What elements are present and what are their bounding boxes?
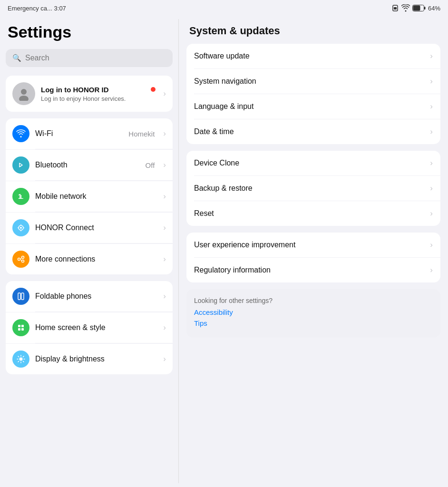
- honor-connect-icon-circle: [12, 219, 29, 236]
- software-update-row[interactable]: Software update ›: [186, 44, 440, 68]
- system-group3-card: User experience improvement › Regulatory…: [186, 233, 440, 282]
- wifi-status-icon: [401, 4, 410, 12]
- bluetooth-value: Off: [146, 161, 155, 169]
- svg-rect-16: [18, 325, 20, 327]
- svg-rect-17: [21, 325, 24, 327]
- more-connections-icon-circle: [12, 251, 29, 268]
- login-chevron: ›: [163, 89, 166, 98]
- wifi-label: Wi-Fi: [35, 129, 123, 138]
- battery-icon: [412, 5, 426, 11]
- svg-point-10: [20, 227, 22, 229]
- battery-percent: 64%: [428, 5, 440, 12]
- foldable-icon-circle: [12, 288, 29, 305]
- mobile-network-row[interactable]: 1 L Mobile network ›: [6, 181, 173, 212]
- more-connections-chevron: ›: [163, 254, 166, 264]
- svg-rect-14: [18, 293, 20, 300]
- device-card: Foldable phones › Home screen & style ›: [6, 281, 173, 374]
- system-navigation-chevron: ›: [430, 77, 433, 86]
- search-input[interactable]: [25, 54, 166, 62]
- wifi-chevron: ›: [163, 129, 166, 138]
- homescreen-chevron: ›: [163, 323, 166, 332]
- foldable-phones-row[interactable]: Foldable phones ›: [6, 281, 173, 312]
- homescreen-label: Home screen & style: [35, 323, 156, 332]
- date-time-chevron: ›: [430, 127, 433, 136]
- svg-text:L: L: [20, 195, 23, 200]
- sim-icon: [391, 4, 399, 12]
- user-experience-chevron: ›: [430, 240, 433, 250]
- software-update-label: Software update: [194, 52, 430, 60]
- right-panel: System & updates Software update › Syste…: [179, 15, 448, 487]
- device-clone-label: Device Clone: [194, 159, 430, 167]
- mobile-chevron: ›: [163, 192, 166, 201]
- more-connections-label: More connections: [35, 255, 156, 263]
- search-bar[interactable]: 🔍: [6, 49, 173, 67]
- footer-card: Looking for other settings? Accessibilit…: [186, 289, 440, 338]
- display-chevron: ›: [163, 354, 166, 364]
- bluetooth-label: Bluetooth: [35, 161, 140, 169]
- homescreen-row[interactable]: Home screen & style ›: [6, 312, 173, 343]
- status-left-text: Emergency ca... 3:07: [8, 5, 66, 12]
- foldable-chevron: ›: [163, 292, 166, 301]
- reset-row[interactable]: Reset ›: [186, 201, 440, 226]
- left-panel: Settings 🔍 Log in to HONOR ID Log in to …: [0, 15, 178, 487]
- display-icon-circle: [12, 351, 29, 368]
- tips-link[interactable]: Tips: [194, 319, 433, 327]
- user-experience-row[interactable]: User experience improvement ›: [186, 233, 440, 257]
- svg-point-20: [19, 358, 23, 361]
- search-icon: 🔍: [12, 54, 21, 62]
- svg-rect-3: [424, 7, 426, 10]
- login-subtitle: Log in to enjoy Honor services.: [41, 95, 145, 102]
- display-label: Display & brightness: [35, 355, 156, 363]
- backup-restore-row[interactable]: Backup & restore ›: [186, 176, 440, 201]
- svg-point-6: [19, 96, 29, 101]
- svg-point-11: [18, 258, 20, 261]
- svg-point-5: [21, 89, 27, 95]
- login-item[interactable]: Log in to HONOR ID Log in to enjoy Honor…: [6, 76, 173, 112]
- date-time-row[interactable]: Date & time ›: [186, 119, 440, 144]
- bluetooth-chevron: ›: [163, 160, 166, 170]
- notification-badge: [151, 87, 156, 92]
- avatar: [12, 82, 35, 105]
- status-right: 64%: [391, 4, 440, 12]
- display-row[interactable]: Display & brightness ›: [6, 343, 173, 374]
- system-navigation-label: System navigation: [194, 77, 430, 86]
- device-clone-row[interactable]: Device Clone ›: [186, 151, 440, 175]
- reset-chevron: ›: [430, 209, 433, 218]
- login-text: Log in to HONOR ID Log in to enjoy Honor…: [41, 85, 145, 103]
- mobile-label: Mobile network: [35, 192, 156, 201]
- homescreen-icon-circle: [12, 319, 29, 336]
- wifi-row[interactable]: Wi-Fi Homekit ›: [6, 118, 173, 149]
- honor-connect-label: HONOR Connect: [35, 224, 156, 232]
- svg-rect-4: [413, 6, 420, 11]
- more-connections-row[interactable]: More connections ›: [6, 244, 173, 274]
- system-group2-card: Device Clone › Backup & restore › Reset …: [186, 151, 440, 226]
- language-input-chevron: ›: [430, 102, 433, 111]
- backup-restore-chevron: ›: [430, 184, 433, 193]
- looking-text: Looking for other settings?: [194, 297, 433, 304]
- regulatory-label: Regulatory information: [194, 266, 430, 274]
- date-time-label: Date & time: [194, 127, 430, 136]
- connections-card: Wi-Fi Homekit › Bluetooth Off ›: [6, 118, 173, 274]
- honor-connect-chevron: ›: [163, 223, 166, 233]
- backup-restore-label: Backup & restore: [194, 184, 430, 193]
- svg-rect-15: [21, 293, 24, 300]
- main-layout: Settings 🔍 Log in to HONOR ID Log in to …: [0, 15, 448, 487]
- regulatory-chevron: ›: [430, 265, 433, 275]
- foldable-label: Foldable phones: [35, 292, 156, 301]
- accessibility-link[interactable]: Accessibility: [194, 308, 433, 316]
- status-bar: Emergency ca... 3:07 64%: [0, 0, 448, 15]
- system-navigation-row[interactable]: System navigation ›: [186, 69, 440, 94]
- login-card: Log in to HONOR ID Log in to enjoy Honor…: [6, 76, 173, 112]
- software-update-chevron: ›: [430, 51, 433, 61]
- svg-rect-18: [18, 328, 20, 331]
- svg-rect-19: [21, 328, 24, 331]
- honor-connect-row[interactable]: HONOR Connect ›: [6, 212, 173, 243]
- user-experience-label: User experience improvement: [194, 241, 430, 249]
- regulatory-row[interactable]: Regulatory information ›: [186, 258, 440, 282]
- wifi-value: Homekit: [128, 130, 155, 138]
- bluetooth-row[interactable]: Bluetooth Off ›: [6, 149, 173, 180]
- bluetooth-icon-circle: [12, 156, 29, 174]
- language-input-row[interactable]: Language & input ›: [186, 94, 440, 119]
- language-input-label: Language & input: [194, 102, 430, 111]
- system-group1-card: Software update › System navigation › La…: [186, 44, 440, 144]
